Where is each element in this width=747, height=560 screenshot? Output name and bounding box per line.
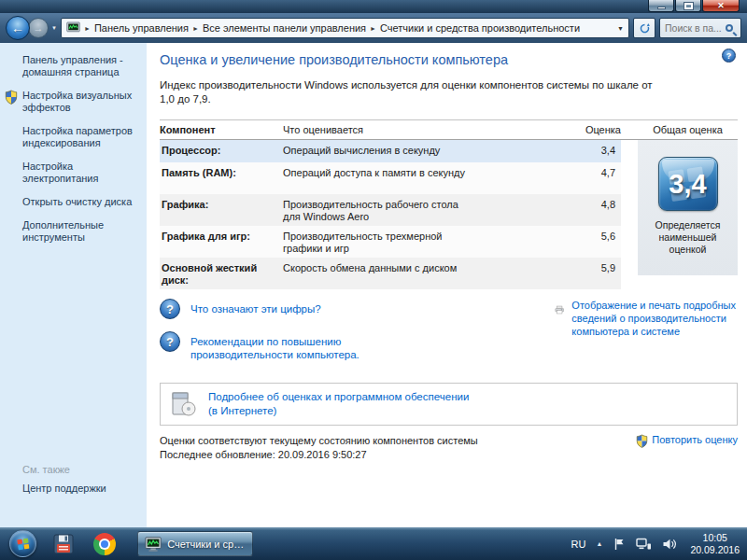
search-box[interactable] xyxy=(659,18,741,38)
link-label: Подробнее об оценках и программном обесп… xyxy=(208,390,479,418)
clock[interactable]: 10:05 20.09.2016 xyxy=(690,532,741,556)
online-info-box[interactable]: Подробнее об оценках и программном обесп… xyxy=(160,383,738,426)
table-rows: Процессор: Операций вычисления в секунду… xyxy=(160,140,621,289)
component-cell: Основной жесткий диск: xyxy=(160,258,283,289)
question-icon: ? xyxy=(726,51,732,61)
chrome-icon xyxy=(93,533,116,555)
table-header-row: Компонент Что оценивается Оценка Общая о… xyxy=(160,119,738,140)
breadcrumb-arrow-icon: ► xyxy=(370,25,376,32)
breadcrumb-item-all-items[interactable]: ► Все элементы панели управления xyxy=(192,22,366,34)
base-score-badge: 3,4 xyxy=(658,157,718,211)
sidebar-item-label: Настройка визуальных эффектов xyxy=(22,90,132,113)
search-icon xyxy=(726,24,733,32)
what-cell: Скорость обмена данными с диском xyxy=(283,258,474,289)
sidebar-item-label: Панель управления - домашняя страница xyxy=(22,54,123,77)
breadcrumb-label: Все элементы панели управления xyxy=(203,22,366,34)
sidebar-item-indexing-options[interactable]: Настройка параметров индексирования xyxy=(22,125,133,149)
network-icon[interactable] xyxy=(636,538,652,551)
base-score-panel: 3,4 Определяется наименьшей оценкой xyxy=(638,140,738,275)
start-button[interactable] xyxy=(9,530,36,557)
component-cell: Память (RAM): xyxy=(160,162,283,194)
status-section: Оценки соответствуют текущему состоянию … xyxy=(160,434,738,462)
help-button[interactable]: ? xyxy=(722,49,736,63)
windows-logo-icon xyxy=(15,536,32,553)
component-cell: Процессор: xyxy=(160,140,283,162)
sidebar: Панель управления - домашняя страница xyxy=(0,43,147,527)
forward-button[interactable]: → xyxy=(28,18,49,38)
see-also-section: См. также Центр поддержки xyxy=(22,464,106,494)
link-label: Рекомендации по повышению производительн… xyxy=(190,331,415,361)
status-line1: Оценки соответствуют текущему состоянию … xyxy=(160,434,478,448)
sidebar-item-action-center[interactable]: Центр поддержки xyxy=(22,483,106,494)
question-icon: ? xyxy=(160,331,180,352)
sidebar-item-visual-effects[interactable]: Настройка визуальных эффектов xyxy=(22,90,133,114)
recent-pages-dropdown[interactable]: ▼ xyxy=(51,25,57,31)
taskbar-active-window-button[interactable]: Счетчики и сред... xyxy=(137,531,253,556)
language-indicator[interactable]: RU xyxy=(571,539,586,550)
back-arrow-icon: ← xyxy=(11,21,24,35)
close-button[interactable]: ✕ xyxy=(702,0,740,12)
sidebar-item-control-panel-home[interactable]: Панель управления - домашняя страница xyxy=(22,54,133,78)
link-label: Повторить оценку xyxy=(652,434,738,445)
help-links-section: ? Что означают эти цифры? ? Рекомендации… xyxy=(160,299,738,373)
printer-icon xyxy=(555,299,564,321)
score-cell: 5,6 xyxy=(574,226,621,258)
breadcrumb-label: Панель управления xyxy=(94,22,189,34)
sidebar-item-advanced-tools[interactable]: Дополнительные инструменты xyxy=(22,219,133,244)
sidebar-item-power-settings[interactable]: Настройка электропитания xyxy=(22,161,133,185)
address-bar: ← → ▼ ► Панель управления ► Все элементы… xyxy=(0,13,747,43)
window-body: Панель управления - домашняя страница xyxy=(0,43,747,527)
sidebar-item-disk-cleanup[interactable]: Открыть очистку диска xyxy=(22,196,133,208)
system-tray: RU ▲ 1 xyxy=(571,532,741,556)
column-header-score: Оценка xyxy=(565,124,621,135)
address-dropdown-icon[interactable]: ▼ xyxy=(617,25,624,32)
breadcrumb-item-control-panel[interactable]: ► Панель управления xyxy=(84,22,189,34)
minimize-icon xyxy=(657,7,666,9)
performance-table: Компонент Что оценивается Оценка Общая о… xyxy=(160,119,738,289)
column-header-base-score: Общая оценка xyxy=(638,124,738,135)
link-what-do-numbers-mean[interactable]: ? Что означают эти цифры? xyxy=(160,299,555,319)
what-cell: Операций вычисления в секунду xyxy=(283,140,474,162)
desktop: ✕ ← → ▼ ► Панель управления ► Все xyxy=(0,0,747,560)
refresh-icon xyxy=(639,22,651,35)
taskbar-floppy-app-button[interactable] xyxy=(51,532,76,556)
component-cell: Графика для игр: xyxy=(160,226,283,258)
action-center-flag-icon[interactable] xyxy=(613,538,626,551)
rerun-assessment-link[interactable]: Повторить оценку xyxy=(636,434,738,452)
uac-shield-icon xyxy=(636,434,648,452)
control-panel-window: ✕ ← → ▼ ► Панель управления ► Все xyxy=(0,0,747,527)
table-row-ram: Память (RAM): Операций доступа к памяти … xyxy=(160,162,621,194)
link-print-details[interactable]: Отображение и печать подробных сведений … xyxy=(555,299,738,373)
taskbar: Счетчики и сред... RU ▲ xyxy=(0,527,747,560)
search-input[interactable] xyxy=(665,22,723,34)
link-performance-tips[interactable]: ? Рекомендации по повышению производител… xyxy=(160,331,555,361)
floppy-disk-icon xyxy=(52,533,75,555)
score-cell: 4,8 xyxy=(574,194,621,226)
software-box-icon xyxy=(170,390,196,418)
taskbar-chrome-button[interactable] xyxy=(92,532,117,556)
sidebar-item-label: Настройка электропитания xyxy=(22,161,98,184)
breadcrumb-field[interactable]: ► Панель управления ► Все элементы панел… xyxy=(61,18,629,38)
volume-icon[interactable] xyxy=(662,538,677,551)
clock-date: 20.09.2016 xyxy=(690,544,740,556)
link-label: Что означают эти цифры? xyxy=(190,299,321,315)
clock-time: 10:05 xyxy=(690,532,740,544)
link-label: Отображение и печать подробных сведений … xyxy=(571,299,738,338)
page-description: Индекс производительности Windows исполь… xyxy=(160,78,655,106)
maximize-button[interactable] xyxy=(675,0,701,12)
window-titlebar[interactable]: ✕ xyxy=(0,0,747,13)
show-hidden-icons-button[interactable]: ▲ xyxy=(597,540,603,547)
breadcrumb-arrow-icon: ► xyxy=(84,25,91,32)
base-score-value: 3,4 xyxy=(669,169,706,200)
maximize-icon xyxy=(684,3,693,9)
back-button[interactable]: ← xyxy=(6,16,30,40)
page-title: Оценка и увеличение производительности к… xyxy=(160,52,734,67)
forward-arrow-icon: → xyxy=(34,22,44,34)
minimize-button[interactable] xyxy=(648,0,674,12)
table-row-gaming-graphics: Графика для игр: Производительность трех… xyxy=(160,226,621,258)
refresh-button[interactable] xyxy=(633,18,655,38)
breadcrumb-item-performance-tools[interactable]: ► Счетчики и средства производительности xyxy=(370,22,580,34)
window-controls: ✕ xyxy=(648,0,740,12)
table-row-cpu: Процессор: Операций вычисления в секунду… xyxy=(160,140,621,162)
what-cell: Операций доступа к памяти в секунду xyxy=(283,162,474,194)
